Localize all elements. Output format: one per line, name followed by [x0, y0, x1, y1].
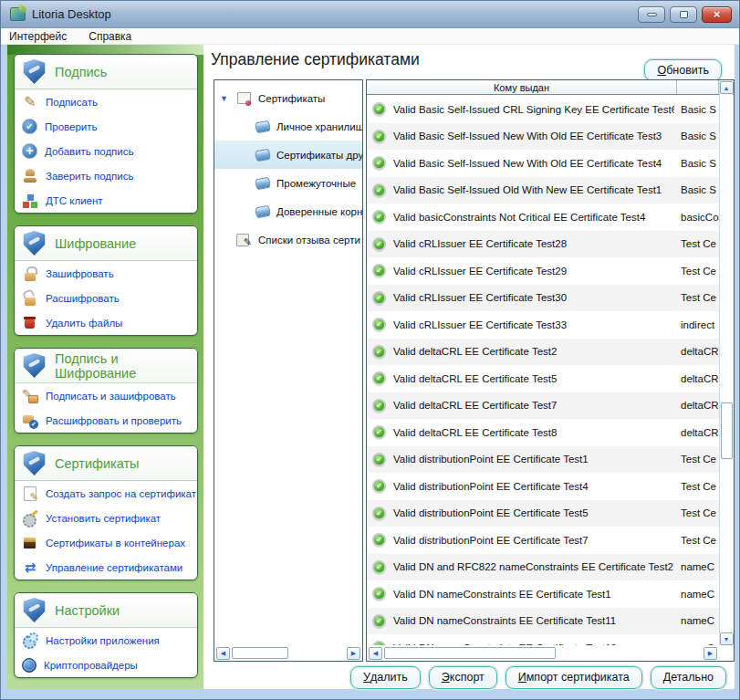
refresh-button[interactable]: Обновить	[644, 59, 722, 81]
sidebar-item[interactable]: Расшифровать	[15, 286, 197, 310]
scroll-left-button[interactable]: ◀	[369, 647, 382, 660]
certificate-row[interactable]: Valid deltaCRL EE Certificate Test8 delt…	[367, 419, 719, 446]
minimize-button[interactable]	[638, 6, 665, 23]
certificate-issuer: Basic S	[681, 104, 719, 115]
sidebar-section-header[interactable]: Настройки	[15, 593, 197, 628]
certificate-row[interactable]: Valid DN and RFC822 nameConstraints EE C…	[367, 554, 719, 581]
sidebar-item[interactable]: Расшифровать и проверить	[15, 408, 197, 433]
valid-certificate-icon	[372, 318, 386, 331]
table-vertical-scrollbar[interactable]: ▲ ▼	[719, 81, 733, 645]
certificate-issuer: indirect	[681, 319, 719, 330]
certificate-name: Valid deltaCRL EE Certificate Test5	[393, 373, 674, 384]
certificate-issuer: Test Ce	[681, 292, 719, 303]
column-header-issued-to[interactable]: Кому выдан	[367, 80, 677, 94]
menu-help[interactable]: Справка	[89, 30, 131, 43]
sidebar-item[interactable]: ДТС клиент	[15, 188, 197, 213]
sidebar-item-label: Расшифровать и проверить	[46, 415, 182, 426]
menu-interface[interactable]: Интерфейс	[9, 30, 67, 43]
import-certificate-button[interactable]: Импорт сертификата	[505, 666, 642, 689]
sidebar-item[interactable]: Подписать и зашифровать	[15, 383, 197, 408]
button-accel: Э	[442, 671, 450, 684]
scroll-up-button[interactable]: ▲	[720, 81, 734, 94]
certificate-row[interactable]: Valid DN nameConstraints EE Certificate …	[367, 608, 719, 635]
sign-encrypt-shield-icon	[23, 353, 46, 378]
scroll-right-button[interactable]: ▶	[704, 647, 717, 660]
valid-certificate-icon	[372, 614, 386, 628]
maximize-button[interactable]	[670, 6, 697, 23]
scroll-right-button[interactable]: ▶	[347, 647, 360, 660]
details-button[interactable]: Детально	[651, 666, 726, 689]
delete-button[interactable]: Удалить	[350, 666, 421, 689]
certificate-name: Valid DN nameConstraints EE Certificate …	[393, 643, 674, 645]
certificate-row[interactable]: Valid deltaCRL EE Certificate Test2 delt…	[367, 339, 719, 366]
sidebar-section-header[interactable]: Сертификаты	[15, 446, 197, 481]
sidebar-item[interactable]: Управление сертификатами	[15, 555, 197, 580]
valid-certificate-icon	[372, 291, 386, 305]
button-accel: У	[363, 671, 370, 684]
tree-node-store[interactable]: Сертификаты дру	[214, 141, 362, 169]
collapse-arrow-icon[interactable]: ▼	[219, 94, 229, 103]
certificate-name: Valid Basic Self-Issued New With Old EE …	[393, 131, 674, 141]
sidebar-item[interactable]: Заверить подпись	[15, 163, 197, 188]
certificate-row[interactable]: Valid DN nameConstraints EE Certificate …	[367, 580, 719, 608]
certificate-row[interactable]: Valid distributionPoint EE Certificate T…	[367, 527, 719, 554]
scroll-down-button[interactable]: ▼	[720, 632, 734, 645]
certificate-row[interactable]: Valid deltaCRL EE Certificate Test5 delt…	[367, 365, 719, 392]
sidebar-item[interactable]: Криптопровайдеры	[15, 653, 197, 677]
tree-node-store[interactable]: Доверенные корн	[214, 197, 362, 225]
sidebar-section-title: Шифрование	[55, 236, 136, 251]
sidebar-item-label: Проверить	[45, 121, 98, 132]
scrollbar-thumb[interactable]	[721, 402, 733, 459]
scrollbar-thumb[interactable]	[384, 647, 556, 659]
close-button[interactable]: ×	[702, 6, 732, 23]
tree-node-store[interactable]: Личное хранилищ	[214, 112, 362, 141]
sidebar-section-items: Настройки приложения Криптопровайдеры	[15, 628, 197, 677]
column-header-issued-by[interactable]	[677, 80, 719, 94]
tree-node-store[interactable]: Промежуточные	[214, 169, 362, 197]
tree-node-label: Доверенные корн	[276, 206, 362, 217]
certificate-row[interactable]: Valid cRLIssuer EE Certificate Test28 Te…	[367, 231, 719, 258]
certificate-row[interactable]: Valid cRLIssuer EE Certificate Test33 in…	[367, 311, 719, 339]
certificate-row[interactable]: Valid cRLIssuer EE Certificate Test30 Te…	[367, 285, 719, 312]
certificate-row[interactable]: Valid deltaCRL EE Certificate Test7 delt…	[367, 392, 719, 420]
certificate-row[interactable]: Valid Basic Self-Issued New With Old EE …	[367, 123, 719, 151]
certificate-name: Valid cRLIssuer EE Certificate Test28	[393, 238, 674, 249]
manage-certificates-icon	[22, 559, 38, 576]
certificate-issuer: Basic S	[681, 158, 719, 169]
sidebar-item[interactable]: Проверить	[15, 114, 197, 139]
window-title: Litoria Desktop	[32, 7, 111, 21]
valid-certificate-icon	[372, 371, 386, 385]
certificate-row[interactable]: Valid basicConstraints Not Critical EE C…	[367, 204, 719, 231]
sidebar-item[interactable]: Сертификаты в контейнерах	[15, 530, 197, 555]
sidebar-item[interactable]: Добавить подпись	[15, 139, 197, 163]
tree-node-certificates[interactable]: ▼ Сертификаты	[214, 84, 362, 112]
scroll-left-button[interactable]: ◀	[216, 647, 230, 660]
sidebar-item-label: Сертификаты в контейнерах	[46, 538, 185, 549]
scrollbar-thumb[interactable]	[232, 647, 288, 659]
certificate-row[interactable]: Valid DN nameConstraints EE Certificate …	[367, 634, 719, 645]
certificate-row[interactable]: Valid Basic Self-Issued Old With New EE …	[367, 177, 719, 204]
sidebar-item[interactable]: Настройки приложения	[15, 628, 197, 653]
app-window: Litoria Desktop × Интерфейс Справка Подп…	[0, 0, 740, 700]
sidebar-section-header[interactable]: Подпись	[15, 55, 197, 89]
sidebar-item[interactable]: Установить сертификат	[15, 506, 197, 530]
sidebar-item[interactable]: Подписать	[15, 89, 197, 114]
sidebar-section: Настройки Настройки приложения	[14, 592, 198, 678]
sidebar-section-header[interactable]: Подпись и Шифрование	[15, 349, 197, 383]
certificate-row[interactable]: Valid distributionPoint EE Certificate T…	[367, 473, 719, 500]
sidebar-item[interactable]: Зашифровать	[15, 261, 197, 286]
certificate-row[interactable]: Valid Basic Self-Issued New With Old EE …	[367, 150, 719, 177]
tree-node-crl-lists[interactable]: Списки отзыва серти	[214, 225, 362, 254]
certificate-row[interactable]: Valid distributionPoint EE Certificate T…	[367, 446, 719, 474]
certificate-row[interactable]: Valid distributionPoint EE Certificate T…	[367, 500, 719, 528]
table-horizontal-scrollbar[interactable]: ◀ ▶	[369, 646, 717, 660]
certificate-row[interactable]: Valid cRLIssuer EE Certificate Test29 Te…	[367, 257, 719, 285]
certificate-row[interactable]: Valid Basic Self-Issued CRL Signing Key …	[367, 96, 719, 123]
tree-horizontal-scrollbar[interactable]: ◀ ▶	[216, 646, 360, 660]
sidebar-item[interactable]: Создать запрос на сертификат	[15, 481, 197, 506]
sidebar-section-header[interactable]: Шифрование	[15, 226, 197, 261]
sidebar-item[interactable]: Удалить файлы	[15, 310, 197, 335]
export-button[interactable]: Экспорт	[429, 666, 497, 689]
button-accel: Д	[663, 671, 671, 684]
tree-node-label: Личное хранилищ	[276, 121, 362, 132]
